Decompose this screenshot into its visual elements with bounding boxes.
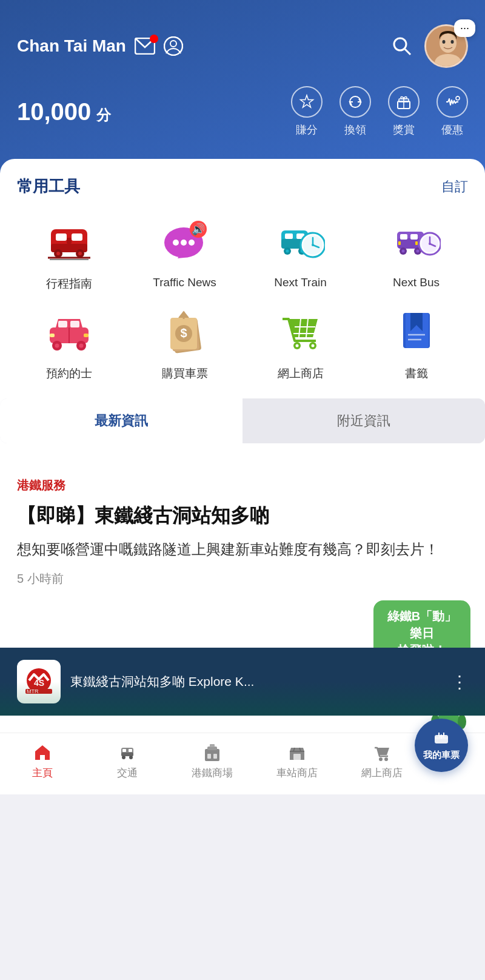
svg-point-29 — [173, 240, 179, 246]
tab-latest[interactable]: 最新資訊 — [0, 398, 242, 443]
svg-rect-19 — [72, 233, 82, 241]
earn-label: 賺分 — [296, 122, 318, 137]
quick-action-earn[interactable]: 賺分 — [291, 86, 323, 137]
next-train-icon — [273, 214, 328, 269]
quick-action-offers[interactable]: 優惠 — [436, 86, 468, 137]
mail-icon-wrap[interactable] — [135, 38, 155, 55]
news-title[interactable]: 【即睇】東鐵綫古洞站知多啲 — [17, 502, 468, 529]
chat-bubble: ··· — [454, 19, 475, 37]
quick-actions: 賺分 換領 — [291, 86, 468, 137]
redeem-icon — [340, 86, 371, 118]
shop-label: 網上商店 — [278, 366, 324, 381]
redeem-label: 換領 — [344, 122, 366, 137]
journey-icon — [42, 214, 96, 269]
svg-text:$: $ — [180, 326, 187, 340]
svg-rect-113 — [122, 749, 126, 752]
tool-shop[interactable]: 網上商店 — [249, 304, 352, 381]
mtr-mall-icon — [202, 743, 222, 762]
tool-buy-ticket[interactable]: $ 購買車票 — [133, 304, 236, 381]
tool-traffic-news[interactable]: 🔊 Traffic News — [133, 214, 236, 292]
video-preview[interactable]: 4S MTR 東鐵綫古洞站知多啲 Explore K... ⋮ — [0, 648, 485, 716]
quick-action-redeem[interactable]: 換領 — [340, 86, 371, 137]
tool-next-train[interactable]: Next Train — [249, 214, 352, 292]
rewards-icon — [388, 86, 420, 118]
svg-point-122 — [384, 757, 388, 761]
svg-rect-18 — [56, 233, 67, 241]
tool-grid: 行程指南 🔊 Traffic News — [17, 214, 468, 381]
station-shop-icon — [287, 743, 307, 762]
svg-rect-119 — [213, 754, 217, 759]
bookmark-icon — [389, 304, 444, 358]
nav-home-label: 主頁 — [32, 766, 53, 780]
svg-point-2 — [170, 41, 176, 47]
my-ticket-label: 我的車票 — [423, 750, 460, 761]
svg-point-24 — [78, 252, 82, 255]
svg-rect-118 — [207, 754, 211, 759]
mail-badge — [150, 35, 158, 43]
buy-ticket-icon: $ — [158, 304, 212, 358]
customize-button[interactable]: 自訂 — [441, 178, 468, 196]
svg-rect-20 — [67, 238, 72, 244]
header: Chan Tai Man — [0, 0, 485, 173]
svg-point-71 — [79, 344, 83, 348]
news-time: 5 小時前 — [17, 571, 468, 587]
account-icon[interactable] — [164, 36, 183, 56]
my-ticket-button[interactable]: 我的車票 — [415, 719, 468, 772]
tool-taxi[interactable]: 預約的士 — [17, 304, 121, 381]
bottom-nav: 主頁 交通 港鐵商場 — [0, 733, 485, 794]
points-unit: 分 — [96, 107, 111, 123]
bookmark-label: 書籤 — [405, 366, 428, 381]
video-more-button[interactable]: ⋮ — [451, 672, 468, 692]
nav-transport-label: 交通 — [117, 766, 138, 780]
svg-rect-63 — [58, 321, 67, 327]
news-body: 想知要喺營運中嘅鐵路隧道上興建新車站難度有幾高？即刻去片！ — [17, 538, 468, 561]
svg-point-31 — [189, 240, 195, 246]
points-value: 10,000 — [17, 98, 91, 125]
nav-mtr-mall[interactable]: 港鐵商場 — [170, 743, 255, 780]
video-title: 東鐵綫古洞站知多啲 Explore K... — [70, 673, 441, 690]
svg-point-85 — [311, 344, 314, 347]
svg-point-83 — [295, 344, 298, 347]
online-shop-icon — [372, 743, 392, 762]
search-icon[interactable] — [392, 36, 412, 56]
svg-point-121 — [379, 757, 383, 761]
nav-transport[interactable]: 交通 — [85, 743, 170, 780]
news-section: 港鐵服務 【即睇】東鐵綫古洞站知多啲 想知要喺營運中嘅鐵路隧道上興建新車站難度有… — [0, 460, 485, 733]
tool-journey[interactable]: 行程指南 — [17, 214, 121, 292]
svg-point-22 — [56, 252, 60, 255]
svg-point-39 — [286, 250, 289, 253]
svg-rect-52 — [415, 241, 418, 245]
svg-rect-115 — [205, 749, 219, 761]
tool-next-bus[interactable]: Next Bus — [364, 214, 468, 292]
home-icon — [33, 743, 52, 762]
quick-action-rewards[interactable]: 獎賞 — [388, 86, 420, 137]
svg-rect-117 — [210, 744, 215, 747]
nav-online-shop[interactable]: 網上商店 — [340, 743, 424, 780]
svg-rect-51 — [398, 241, 401, 245]
buy-ticket-label: 購買車票 — [162, 366, 208, 381]
tab-nearby[interactable]: 附近資訊 — [242, 398, 485, 443]
svg-rect-64 — [70, 321, 79, 327]
svg-point-3 — [394, 38, 406, 50]
svg-rect-67 — [84, 334, 89, 337]
svg-text:🔊: 🔊 — [192, 223, 206, 236]
svg-point-112 — [129, 756, 133, 759]
offers-label: 優惠 — [441, 122, 463, 137]
shop-icon — [273, 304, 328, 358]
svg-point-14 — [456, 96, 460, 100]
svg-point-69 — [55, 344, 59, 348]
svg-rect-36 — [285, 233, 293, 239]
next-bus-label: Next Bus — [393, 276, 440, 289]
offers-icon — [436, 86, 468, 118]
news-category: 港鐵服務 — [17, 477, 468, 494]
nav-home[interactable]: 主頁 — [0, 743, 85, 780]
svg-rect-110 — [121, 753, 133, 756]
nav-mtr-mall-label: 港鐵商場 — [192, 766, 233, 780]
tool-bookmark[interactable]: 書籤 — [364, 304, 468, 381]
nav-station-shop[interactable]: 車站商店 — [255, 743, 340, 780]
svg-point-30 — [181, 240, 187, 246]
nav-station-shop-label: 車站商店 — [276, 766, 318, 780]
svg-point-46 — [312, 244, 314, 246]
svg-rect-49 — [400, 234, 407, 240]
avatar[interactable]: ··· — [424, 24, 468, 68]
